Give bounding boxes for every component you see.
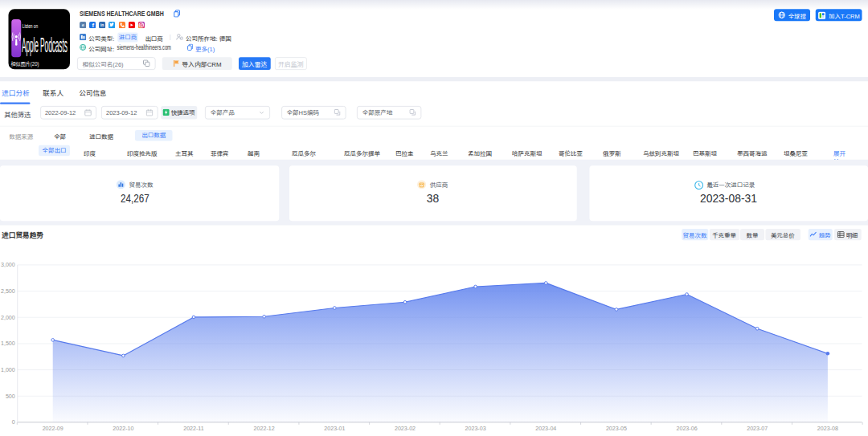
svg-text:0: 0 bbox=[12, 419, 15, 426]
svg-text:2023-07: 2023-07 bbox=[747, 426, 768, 432]
svg-text:2022-09: 2022-09 bbox=[43, 426, 63, 432]
svg-text:2023-02: 2023-02 bbox=[395, 426, 416, 432]
svg-text:e: e bbox=[82, 22, 84, 27]
svg-text:2023-03: 2023-03 bbox=[465, 426, 486, 432]
svg-text:1,500: 1,500 bbox=[1, 340, 15, 347]
svg-text:2022-10: 2022-10 bbox=[113, 426, 133, 432]
svg-text:2023-04: 2023-04 bbox=[535, 426, 556, 432]
svg-text:2022-11: 2022-11 bbox=[183, 426, 204, 432]
svg-text:2023-01: 2023-01 bbox=[324, 426, 345, 432]
svg-text:500: 500 bbox=[6, 393, 15, 400]
svg-text:2,000: 2,000 bbox=[1, 315, 15, 321]
svg-text:1,000: 1,000 bbox=[1, 367, 15, 373]
svg-text:3,000: 3,000 bbox=[1, 262, 15, 268]
svg-text:2023-06: 2023-06 bbox=[677, 426, 698, 432]
svg-text:2,500: 2,500 bbox=[1, 288, 15, 295]
svg-text:2022-12: 2022-12 bbox=[254, 426, 275, 432]
svg-text:2023-05: 2023-05 bbox=[606, 426, 627, 432]
svg-text:2023-08: 2023-08 bbox=[817, 426, 838, 432]
svg-text:in: in bbox=[100, 23, 104, 27]
